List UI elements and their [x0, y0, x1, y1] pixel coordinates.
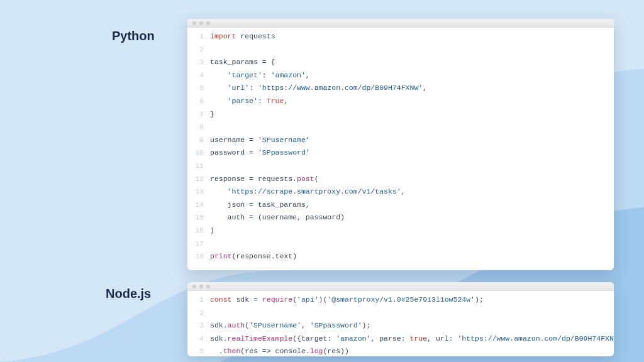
python-label: Python — [112, 29, 155, 43]
nodejs-code-body: 123456 const sdk = require('api')('@smar… — [187, 291, 614, 356]
nodejs-gutter: 123456 — [187, 293, 210, 356]
python-lines: import requests task_params = { 'target'… — [210, 30, 427, 263]
nodejs-label: Node.js — [106, 287, 151, 301]
python-gutter: 123456789101112131415161718 — [187, 30, 210, 263]
python-code-window: 123456789101112131415161718 import reque… — [187, 19, 614, 270]
window-dot-icon — [192, 285, 196, 288]
window-dot-icon — [192, 21, 196, 25]
window-dot-icon — [199, 21, 203, 25]
python-code-body: 123456789101112131415161718 import reque… — [187, 28, 614, 267]
nodejs-lines: const sdk = require('api')('@smartproxy/… — [210, 293, 614, 356]
window-titlebar — [187, 282, 614, 291]
window-dot-icon — [199, 285, 203, 288]
window-titlebar — [187, 19, 614, 28]
window-dot-icon — [206, 285, 210, 288]
nodejs-code-window: 123456 const sdk = require('api')('@smar… — [187, 282, 614, 356]
window-dot-icon — [206, 21, 210, 25]
